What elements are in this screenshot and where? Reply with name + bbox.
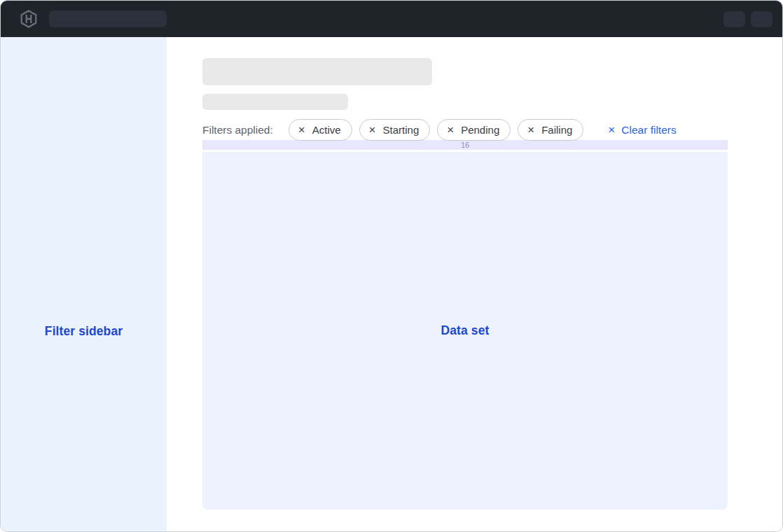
clear-filters-link[interactable]: × Clear filters — [608, 124, 676, 136]
filters-applied-row: Filters applied: × Active × Starting × P… — [202, 119, 728, 141]
filter-chip-failing[interactable]: × Failing — [518, 119, 583, 141]
topbar-actions — [723, 11, 772, 27]
filter-chip-label: Pending — [461, 124, 499, 136]
main-content: Filters applied: × Active × Starting × P… — [167, 37, 782, 531]
dismiss-icon: × — [527, 124, 534, 136]
clear-icon: × — [608, 124, 615, 136]
filter-chip-starting[interactable]: × Starting — [359, 119, 431, 141]
filter-chip-label: Starting — [383, 124, 420, 136]
result-count-strip: 16 — [202, 140, 728, 150]
hashicorp-logo-icon — [20, 10, 38, 28]
filter-sidebar: Filter sidebar — [1, 37, 167, 531]
dismiss-icon: × — [369, 124, 376, 136]
filter-chip-active[interactable]: × Active — [289, 119, 352, 141]
result-count: 16 — [461, 141, 469, 149]
top-nav-bar — [1, 1, 782, 37]
filter-chip-label: Failing — [541, 124, 572, 136]
clear-filters-label: Clear filters — [621, 124, 676, 136]
search-input[interactable] — [49, 10, 167, 27]
filter-chip-label: Active — [312, 124, 341, 136]
page-title-placeholder — [202, 58, 432, 85]
topbar-action-button-2[interactable] — [751, 11, 772, 27]
page-subtitle-placeholder — [202, 94, 348, 110]
filter-chip-pending[interactable]: × Pending — [437, 119, 511, 141]
app-body: Filter sidebar Filters applied: × Active… — [1, 37, 782, 531]
data-set-region: Data set — [202, 152, 728, 510]
filters-applied-label: Filters applied: — [202, 124, 273, 136]
dismiss-icon: × — [298, 124, 305, 136]
topbar-action-button-1[interactable] — [723, 11, 745, 27]
dismiss-icon: × — [447, 124, 454, 136]
app-window: Filter sidebar Filters applied: × Active… — [0, 0, 783, 532]
data-set-label: Data set — [441, 323, 490, 338]
filter-sidebar-label: Filter sidebar — [1, 324, 167, 339]
